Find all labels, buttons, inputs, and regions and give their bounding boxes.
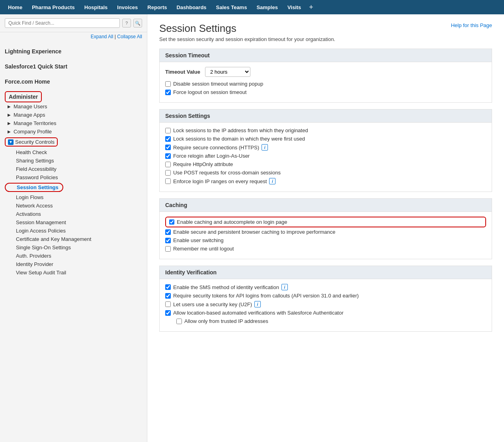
- nav-visits[interactable]: Visits: [283, 0, 306, 14]
- nav-home[interactable]: Home: [3, 0, 27, 14]
- sidebar-sub-sso-settings[interactable]: Single Sign-On Settings: [5, 243, 142, 252]
- sidebar-sub-network-access[interactable]: Network Access: [5, 201, 142, 210]
- security-key-checkbox[interactable]: [165, 301, 171, 307]
- enable-user-switching-row: Enable user switching: [165, 237, 486, 243]
- require-security-tokens-row: Require security tokens for API logins f…: [165, 293, 486, 299]
- help-link[interactable]: Help for this Page: [451, 22, 492, 28]
- nav-samples[interactable]: Samples: [252, 0, 282, 14]
- enable-caching-checkbox[interactable]: [169, 219, 174, 225]
- sidebar-search-area: ? 🔍: [0, 14, 147, 32]
- enforce-login-ip-label: Enforce login IP ranges on every request: [173, 178, 267, 184]
- allow-location-row: Allow location-based automated verificat…: [165, 310, 486, 316]
- timeout-label: Timeout Value: [165, 69, 200, 75]
- disable-timeout-warning-label: Disable session timeout warning popup: [173, 81, 263, 87]
- administer-title[interactable]: Administer: [5, 91, 42, 102]
- sidebar-sub-audit-trail[interactable]: View Setup Audit Trail: [5, 268, 142, 277]
- page-header: Session Settings Help for this Page: [159, 22, 492, 35]
- salesforce1-title[interactable]: Salesforce1 Quick Start: [5, 61, 142, 71]
- remember-me-checkbox[interactable]: [165, 246, 171, 252]
- session-timeout-header: Session Timeout: [160, 49, 492, 62]
- nav-hospitals[interactable]: Hospitals: [80, 0, 113, 14]
- enable-caching-label: Enable caching and autocomplete on login…: [177, 219, 287, 225]
- require-security-tokens-checkbox[interactable]: [165, 293, 171, 299]
- allow-trusted-ip-checkbox[interactable]: [176, 319, 182, 324]
- lock-domain-checkbox[interactable]: [165, 136, 171, 142]
- sidebar-sub-sharing-settings[interactable]: Sharing Settings: [5, 156, 142, 165]
- nav-invoices[interactable]: Invoices: [112, 0, 143, 14]
- expand-all-link[interactable]: Expand All: [91, 34, 113, 39]
- caching-header: Caching: [160, 199, 492, 212]
- sidebar-item-manage-territories[interactable]: ▶ Manage Territories: [5, 119, 142, 127]
- expand-collapse-area: Expand All | Collapse All: [0, 32, 147, 43]
- enable-sms-row: Enable the SMS method of identity verifi…: [165, 284, 486, 290]
- use-post-checkbox[interactable]: [165, 170, 171, 176]
- sidebar-item-security-controls[interactable]: ▼ Security Controls: [5, 137, 58, 147]
- security-controls-label: Security Controls: [15, 139, 55, 145]
- search-input[interactable]: [5, 18, 120, 28]
- arrow-icon: ▶: [6, 104, 12, 110]
- require-https-checkbox[interactable]: [165, 145, 171, 150]
- session-timeout-section: Session Timeout Timeout Value 15 minutes…: [159, 49, 492, 103]
- require-https-info-icon[interactable]: i: [262, 144, 268, 151]
- sidebar-sub-field-accessibility[interactable]: Field Accessibility: [5, 165, 142, 173]
- sidebar-sub-certificate-key-mgmt[interactable]: Certificate and Key Management: [5, 235, 142, 243]
- enable-user-switching-checkbox[interactable]: [165, 238, 171, 243]
- sidebar-sub-session-management[interactable]: Session Management: [5, 218, 142, 227]
- nav-sales-teams[interactable]: Sales Teams: [211, 0, 252, 14]
- enable-secure-caching-row: Enable secure and persistent browser cac…: [165, 229, 486, 235]
- enforce-login-ip-checkbox[interactable]: [165, 178, 171, 184]
- force-relogin-checkbox[interactable]: [165, 153, 171, 159]
- manage-users-label: Manage Users: [14, 104, 47, 110]
- enforce-login-ip-row: Enforce login IP ranges on every request…: [165, 178, 486, 184]
- use-post-label: Use POST requests for cross-domain sessi…: [173, 170, 281, 176]
- use-post-row: Use POST requests for cross-domain sessi…: [165, 170, 486, 176]
- disable-timeout-warning-checkbox[interactable]: [165, 81, 171, 87]
- enable-secure-caching-checkbox[interactable]: [165, 229, 171, 235]
- nav-reports[interactable]: Reports: [143, 0, 172, 14]
- caching-section: Caching Enable caching and autocomplete …: [159, 198, 492, 259]
- enable-sms-info-icon[interactable]: i: [281, 284, 288, 290]
- nav-more-icon[interactable]: +: [306, 3, 316, 12]
- disable-timeout-warning-row: Disable session timeout warning popup: [165, 81, 486, 87]
- nav-pharma-products[interactable]: Pharma Products: [27, 0, 80, 14]
- main-content: Session Settings Help for this Page Set …: [147, 14, 504, 442]
- lightning-experience-title[interactable]: Lightning Experience: [5, 46, 142, 56]
- sidebar-section-lightning: Lightning Experience: [0, 43, 147, 58]
- sidebar-sub-login-access-policies[interactable]: Login Access Policies: [5, 227, 142, 235]
- sidebar: ? 🔍 Expand All | Collapse All Lightning …: [0, 14, 147, 442]
- sidebar-sub-session-settings[interactable]: Session Settings: [5, 183, 63, 192]
- remember-me-label: Remember me until logout: [173, 246, 234, 252]
- sidebar-sub-activations[interactable]: Activations: [5, 210, 142, 218]
- allow-location-checkbox[interactable]: [165, 310, 171, 316]
- sidebar-item-manage-apps[interactable]: ▶ Manage Apps: [5, 111, 142, 119]
- sidebar-section-salesforce1: Salesforce1 Quick Start: [0, 58, 147, 73]
- sidebar-sub-health-check[interactable]: Health Check: [5, 148, 142, 156]
- force-logout-checkbox[interactable]: [165, 90, 171, 95]
- forcecom-title[interactable]: Force.com Home: [5, 76, 142, 86]
- require-httponly-checkbox[interactable]: [165, 162, 171, 167]
- allow-trusted-ip-row: Allow only from trusted IP addresses: [165, 318, 486, 324]
- nav-dashboards[interactable]: Dashboards: [172, 0, 211, 14]
- sidebar-sub-identity-provider[interactable]: Identity Provider: [5, 260, 142, 268]
- arrow-icon: ▶: [6, 121, 12, 126]
- collapse-all-link[interactable]: Collapse All: [117, 34, 142, 39]
- lock-domain-label: Lock sessions to the domain in which the…: [173, 136, 305, 142]
- sidebar-item-manage-users[interactable]: ▶ Manage Users: [5, 102, 142, 111]
- force-logout-label: Force logout on session timeout: [173, 89, 246, 95]
- lock-ip-checkbox[interactable]: [165, 128, 171, 133]
- timeout-select[interactable]: 15 minutes 30 minutes 1 hour 2 hours 4 h…: [205, 67, 250, 77]
- search-icon[interactable]: 🔍: [133, 19, 142, 27]
- security-key-info-icon[interactable]: i: [254, 301, 261, 307]
- enable-sms-checkbox[interactable]: [165, 284, 171, 290]
- lock-ip-row: Lock sessions to the IP address from whi…: [165, 127, 486, 133]
- info-icon[interactable]: ?: [122, 19, 131, 27]
- sidebar-sub-auth-providers[interactable]: Auth. Providers: [5, 252, 142, 260]
- sidebar-item-company-profile[interactable]: ▶ Company Profile: [5, 127, 142, 136]
- sidebar-sub-login-flows[interactable]: Login Flows: [5, 193, 142, 201]
- security-key-row: Let users use a security key (U2F) i: [165, 301, 486, 307]
- enforce-login-ip-info-icon[interactable]: i: [269, 178, 275, 184]
- require-https-label: Require secure connections (HTTPS): [173, 145, 259, 151]
- require-https-row: Require secure connections (HTTPS) i: [165, 144, 486, 151]
- security-key-label: Let users use a security key (U2F): [173, 301, 252, 307]
- sidebar-sub-password-policies[interactable]: Password Policies: [5, 173, 142, 182]
